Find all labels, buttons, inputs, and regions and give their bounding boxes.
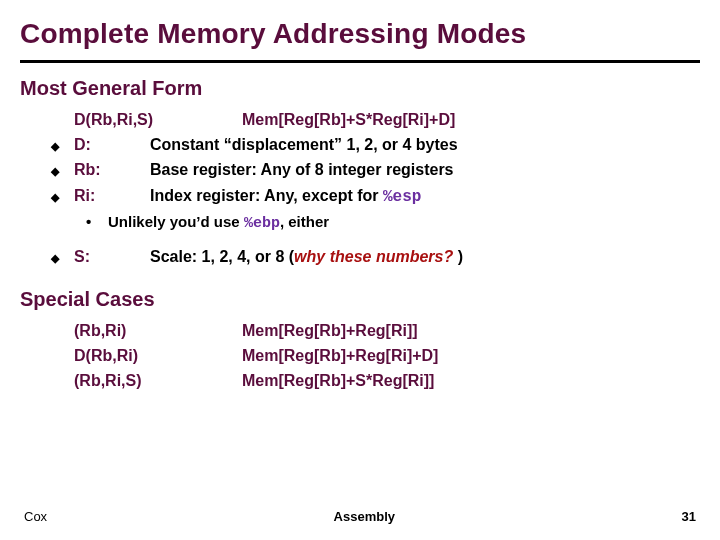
slide: Complete Memory Addressing Modes Most Ge… xyxy=(0,0,720,540)
item-s-desc: Scale: 1, 2, 4, or 8 (why these numbers?… xyxy=(150,245,463,268)
item-s-desc-prefix: Scale: 1, 2, 4, or 8 ( xyxy=(150,248,294,265)
diamond-icon: ◆ xyxy=(46,189,64,205)
item-rb-row: ◆ Rb: Base register: Any of 8 integer re… xyxy=(46,158,700,181)
item-s-row: ◆ S: Scale: 1, 2, 4, or 8 (why these num… xyxy=(46,245,700,268)
item-ri-desc-prefix: Index register: Any, except for xyxy=(150,187,383,204)
footer-topic: Assembly xyxy=(334,509,395,524)
item-s-desc-emph: why these numbers? xyxy=(294,248,453,265)
special-syntax-1: D(Rb,Ri) xyxy=(74,344,232,367)
note-prefix: Unlikely you’d use xyxy=(108,213,244,230)
general-form-block: D(Rb,Ri,S) Mem[Reg[Rb]+S*Reg[Ri]+D] ◆ D:… xyxy=(0,108,720,268)
item-ri-label: Ri: xyxy=(74,184,140,207)
diamond-icon: ◆ xyxy=(46,163,64,179)
item-ri-desc-mono: %esp xyxy=(383,188,421,206)
special-meaning-2: Mem[Reg[Rb]+S*Reg[Ri]] xyxy=(242,369,434,392)
item-rb-desc: Base register: Any of 8 integer register… xyxy=(150,158,454,181)
item-ri-desc: Index register: Any, except for %esp xyxy=(150,184,421,209)
item-d-row: ◆ D: Constant “displacement” 1, 2, or 4 … xyxy=(46,133,700,156)
slide-title: Complete Memory Addressing Modes xyxy=(0,0,720,56)
special-syntax-2: (Rb,Ri,S) xyxy=(74,369,232,392)
special-cases-block: (Rb,Ri) Mem[Reg[Rb]+Reg[Ri]] D(Rb,Ri) Me… xyxy=(0,319,720,393)
bullet-icon: • xyxy=(86,214,100,229)
item-ri-row: ◆ Ri: Index register: Any, except for %e… xyxy=(46,184,700,209)
footer-author: Cox xyxy=(24,509,47,524)
title-rule xyxy=(20,60,700,63)
diamond-icon: ◆ xyxy=(46,250,64,266)
footer-page-number: 31 xyxy=(682,509,696,524)
special-row-2: (Rb,Ri,S) Mem[Reg[Rb]+S*Reg[Ri]] xyxy=(46,369,700,392)
note-mono: %ebp xyxy=(244,215,280,232)
special-meaning-0: Mem[Reg[Rb]+Reg[Ri]] xyxy=(242,319,418,342)
item-rb-label: Rb: xyxy=(74,158,140,181)
slide-footer: Cox Assembly 31 xyxy=(0,509,720,524)
item-s-desc-suffix: ) xyxy=(453,248,463,265)
special-row-1: D(Rb,Ri) Mem[Reg[Rb]+Reg[Ri]+D] xyxy=(46,344,700,367)
special-syntax-0: (Rb,Ri) xyxy=(74,319,232,342)
item-d-label: D: xyxy=(74,133,140,156)
section-heading-special: Special Cases xyxy=(0,288,720,317)
general-syntax-row: D(Rb,Ri,S) Mem[Reg[Rb]+S*Reg[Ri]+D] xyxy=(46,108,700,131)
note-suffix: , either xyxy=(280,213,329,230)
general-meaning: Mem[Reg[Rb]+S*Reg[Ri]+D] xyxy=(242,108,455,131)
note-text: Unlikely you’d use %ebp, either xyxy=(108,211,329,235)
diamond-icon: ◆ xyxy=(46,138,64,154)
special-meaning-1: Mem[Reg[Rb]+Reg[Ri]+D] xyxy=(242,344,438,367)
item-s-label: S: xyxy=(74,245,140,268)
section-heading-general: Most General Form xyxy=(0,77,720,106)
special-row-0: (Rb,Ri) Mem[Reg[Rb]+Reg[Ri]] xyxy=(46,319,700,342)
note-row: • Unlikely you’d use %ebp, either xyxy=(86,211,700,235)
spacer xyxy=(0,270,720,288)
general-syntax: D(Rb,Ri,S) xyxy=(74,108,232,131)
item-d-desc: Constant “displacement” 1, 2, or 4 bytes xyxy=(150,133,458,156)
